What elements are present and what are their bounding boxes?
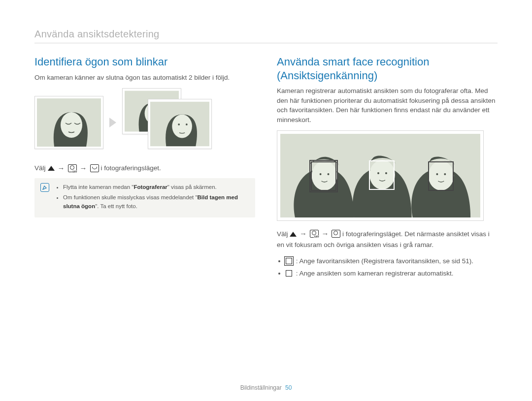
- up-triangle-icon: [290, 230, 297, 240]
- note-box: Flytta inte kameran medan "Fotograferar"…: [34, 178, 255, 217]
- face-off-icon: [310, 230, 319, 238]
- blink-detect-icon: [90, 164, 99, 172]
- left-heading: Identifiera ögon som blinkar: [34, 55, 255, 69]
- section-title: Använda ansiktsdetektering: [34, 29, 498, 43]
- svg-point-1: [61, 112, 82, 138]
- arrow-icon: →: [58, 164, 65, 172]
- right-heading: Använda smart face recognition (Ansiktsi…: [277, 55, 498, 82]
- footer-label: Bildinställningar: [240, 384, 282, 391]
- instruct-prefix: Välj: [277, 230, 288, 238]
- face-off-icon: [68, 164, 77, 172]
- bullet-auto: : Ange ansikten som kameran registrerar …: [286, 269, 498, 279]
- note-item-1: Flytta inte kameran medan "Fotograferar"…: [63, 183, 249, 192]
- svg-point-5: [172, 115, 192, 138]
- blink-thumb-stack: [122, 88, 216, 157]
- favorite-face-frame: [311, 161, 336, 191]
- left-column: Identifiera ögon som blinkar Om kameran …: [34, 55, 255, 281]
- blink-illustration: [34, 88, 255, 157]
- right-instruction: Välj → → i fotograferingsläget. Det närm…: [277, 228, 498, 250]
- double-frame-icon: [286, 258, 292, 264]
- arrow-icon: →: [80, 164, 87, 172]
- arrow-icon: →: [322, 229, 329, 238]
- left-instruction: Välj → → i fotograferingsläget.: [34, 164, 255, 172]
- auto-face-frame: [428, 161, 454, 191]
- right-column: Använda smart face recognition (Ansiktsi…: [277, 55, 498, 281]
- page-number: 50: [285, 384, 292, 391]
- instruct-suffix: i fotograferingsläget.: [101, 164, 161, 172]
- closest-face-frame: [369, 160, 395, 190]
- blink-thumb-before: [34, 96, 103, 149]
- bullet-favorite: : Ange favoritansikten (Registrera favor…: [286, 256, 498, 267]
- instruct-mid: i fotograferingsläget. Det närmaste ansi…: [277, 230, 490, 248]
- page-footer: Bildinställningar 50: [0, 384, 532, 391]
- note-item-2: Om funktionen skulle misslyckas visas me…: [63, 193, 249, 211]
- right-bullets: : Ange favoritansikten (Registrera favor…: [277, 256, 498, 279]
- single-frame-icon: [286, 270, 292, 277]
- svg-point-6: [178, 123, 180, 125]
- smart-face-icon: [332, 230, 340, 238]
- up-triangle-icon: [48, 166, 55, 171]
- instruct-prefix: Välj: [34, 164, 46, 172]
- note-icon: [40, 183, 49, 192]
- group-photo: [277, 130, 484, 221]
- arrow-icon: →: [299, 229, 307, 238]
- left-intro: Om kameran känner av slutna ögon tas aut…: [34, 73, 255, 83]
- svg-point-7: [186, 123, 188, 125]
- right-intro: Kameran registrerar automatiskt ansikten…: [277, 86, 498, 124]
- arrow-right-icon: [109, 118, 116, 127]
